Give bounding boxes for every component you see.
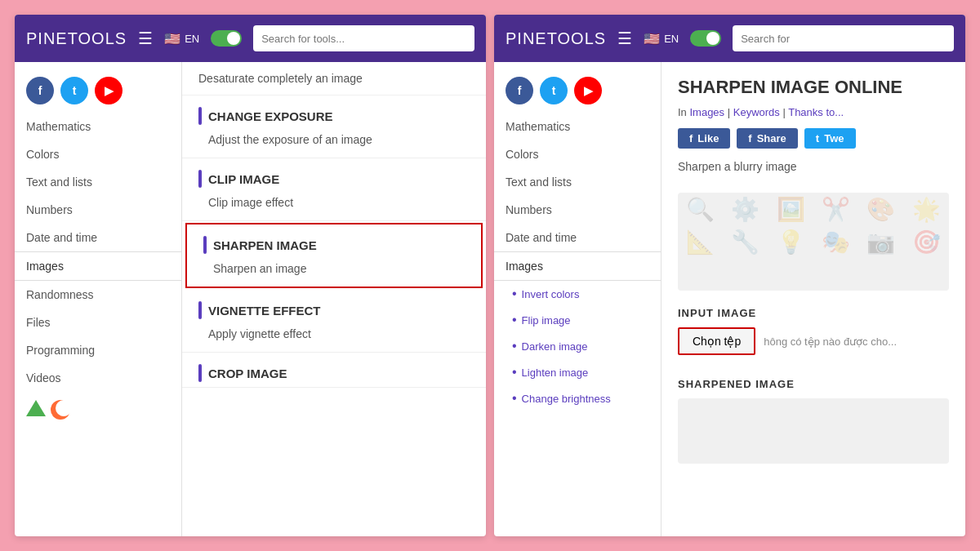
section-bar	[198, 170, 202, 188]
sharpen-image-label: SHARPEN IMAGE	[213, 238, 317, 252]
sidebar-item-text[interactable]: Text and lists	[15, 168, 181, 196]
lang-label: EN	[664, 33, 679, 45]
tweet-button[interactable]: t Twe	[804, 128, 856, 149]
clip-image-label: CLIP IMAGE	[208, 172, 279, 186]
left-screenshot: PINETOOLS ☰ 🇺🇸 EN f t ▶ Mathematics Colo…	[15, 15, 486, 536]
meta-pipe: |	[728, 106, 733, 118]
youtube-icon[interactable]: ▶	[574, 77, 602, 104]
file-input-row: Chọn tệp hông có tệp nào được cho...	[678, 327, 949, 355]
sharpen-image-header[interactable]: SHARPEN IMAGE	[187, 224, 481, 259]
fb-icon: f	[689, 132, 693, 144]
input-image-section: INPUT IMAGE Chọn tệp hông có tệp nào đượ…	[662, 299, 965, 363]
right-logo[interactable]: PINETOOLS	[506, 29, 606, 48]
like-label: Like	[697, 132, 719, 144]
page-meta: In Images | Keywords | Thanks to...	[662, 103, 965, 122]
vignette-effect-section: VIGNETTE EFFECT Apply vignette effect	[182, 290, 486, 353]
sidebar-item-mathematics[interactable]: Mathematics	[15, 113, 181, 140]
sidebar-item-numbers[interactable]: Numbers	[15, 196, 181, 224]
flag-icon: 🇺🇸	[164, 31, 180, 47]
left-header: PINETOOLS ☰ 🇺🇸 EN	[15, 15, 486, 62]
crop-image-label: CROP IMAGE	[208, 367, 287, 380]
meta-thanks-link[interactable]: Thanks to...	[788, 106, 844, 118]
crop-image-header[interactable]: CROP IMAGE	[182, 353, 486, 387]
left-logo[interactable]: PINETOOLS	[26, 29, 127, 48]
desaturate-item[interactable]: Desaturate completely an image	[182, 62, 486, 96]
facebook-icon[interactable]: f	[26, 77, 54, 104]
tweet-label: Twe	[824, 132, 844, 144]
vignette-effect-desc[interactable]: Apply vignette effect	[182, 324, 486, 352]
language-selector[interactable]: 🇺🇸 EN	[164, 31, 199, 47]
sidebar-item-images[interactable]: Images	[15, 251, 181, 281]
sidebar-subitem-invert[interactable]: Invert colors	[494, 281, 661, 307]
right-header: PINETOOLS ☰ 🇺🇸 EN	[494, 15, 965, 62]
left-sidebar: f t ▶ Mathematics Colors Text and lists …	[15, 62, 182, 536]
sidebar-item-datetime[interactable]: Date and time	[494, 224, 661, 251]
clip-image-desc[interactable]: Clip image effect	[182, 193, 486, 220]
sidebar-subitem-lighten[interactable]: Lighten image	[494, 359, 661, 385]
like-button[interactable]: f Like	[678, 128, 730, 149]
left-main-content: Desaturate completely an image CHANGE EX…	[182, 62, 486, 536]
social-icons: f t ▶	[15, 70, 181, 113]
input-image-label: INPUT IMAGE	[678, 307, 949, 319]
right-body: f t ▶ Mathematics Colors Text and lists …	[494, 62, 965, 536]
twitter-icon[interactable]: t	[540, 77, 568, 104]
sidebar-item-files[interactable]: Files	[15, 309, 181, 336]
search-input[interactable]	[733, 25, 954, 51]
section-bar	[198, 107, 202, 125]
logo-light: TOOLS	[68, 29, 127, 47]
sidebar-item-text[interactable]: Text and lists	[494, 168, 661, 196]
page-title: SHARPEN IMAGE ONLINE	[662, 62, 965, 103]
sidebar-item-images[interactable]: Images	[494, 251, 661, 281]
sharpen-image-section-highlighted: SHARPEN IMAGE Sharpen an image	[185, 223, 483, 288]
sidebar-item-datetime[interactable]: Date and time	[15, 224, 181, 251]
crescent-icon	[56, 400, 72, 416]
sidebar-bottom-icons	[15, 392, 181, 424]
section-bar	[203, 236, 207, 254]
social-icons: f t ▶	[494, 70, 661, 113]
change-exposure-header[interactable]: CHANGE EXPOSURE	[182, 96, 486, 130]
lang-label: EN	[185, 33, 199, 45]
sidebar-item-mathematics[interactable]: Mathematics	[494, 113, 661, 140]
sidebar-item-colors[interactable]: Colors	[494, 140, 661, 168]
choose-file-button[interactable]: Chọn tệp	[678, 327, 755, 355]
language-selector[interactable]: 🇺🇸 EN	[644, 31, 679, 47]
clip-image-section: CLIP IMAGE Clip image effect	[182, 158, 486, 221]
meta-images-link[interactable]: Images	[689, 106, 724, 118]
theme-toggle[interactable]	[211, 30, 242, 47]
sharpen-image-desc[interactable]: Sharpen an image	[187, 259, 481, 287]
share-button[interactable]: f Share	[737, 128, 797, 149]
sidebar-subitem-flip[interactable]: Flip image	[494, 307, 661, 333]
sidebar-item-randomness[interactable]: Randomness	[15, 281, 181, 309]
section-bar	[198, 301, 202, 319]
clip-image-header[interactable]: CLIP IMAGE	[182, 158, 486, 193]
logo-bold: PINE	[26, 29, 68, 47]
vignette-effect-header[interactable]: VIGNETTE EFFECT	[182, 290, 486, 324]
right-sidebar: f t ▶ Mathematics Colors Text and lists …	[494, 62, 662, 536]
sidebar-item-videos[interactable]: Videos	[15, 364, 181, 392]
crop-image-section: CROP IMAGE	[182, 353, 486, 388]
sidebar-item-programming[interactable]: Programming	[15, 336, 181, 364]
logo-bold: PINE	[506, 29, 547, 47]
hamburger-menu[interactable]: ☰	[138, 29, 153, 48]
change-exposure-desc[interactable]: Adjust the exposure of an image	[182, 130, 486, 158]
vignette-effect-label: VIGNETTE EFFECT	[208, 304, 321, 318]
sharpened-label: SHARPENED IMAGE	[678, 378, 949, 390]
facebook-icon[interactable]: f	[506, 77, 533, 104]
hamburger-menu[interactable]: ☰	[617, 29, 632, 48]
no-file-text: hông có tệp nào được cho...	[764, 335, 897, 348]
twitter-icon[interactable]: t	[60, 77, 88, 104]
sidebar-subitem-darken[interactable]: Darken image	[494, 333, 661, 359]
meta-keywords-link[interactable]: Keywords	[733, 106, 780, 118]
change-exposure-section: CHANGE EXPOSURE Adjust the exposure of a…	[182, 96, 486, 158]
youtube-icon[interactable]: ▶	[95, 77, 122, 104]
section-bar	[198, 364, 202, 382]
sidebar-subitem-brightness[interactable]: Change brightness	[494, 385, 661, 411]
tw-icon: t	[816, 132, 819, 144]
search-input[interactable]	[253, 25, 474, 51]
theme-toggle[interactable]	[690, 30, 721, 47]
change-exposure-label: CHANGE EXPOSURE	[208, 109, 333, 123]
watermark-area: 🔍⚙️🖼️✂️🎨🌟 📐🔧💡🎭📷🎯	[678, 193, 949, 291]
right-screenshot: PINETOOLS ☰ 🇺🇸 EN f t ▶ Mathematics Colo…	[494, 15, 965, 536]
sidebar-item-colors[interactable]: Colors	[15, 140, 181, 168]
sidebar-item-numbers[interactable]: Numbers	[494, 196, 661, 224]
